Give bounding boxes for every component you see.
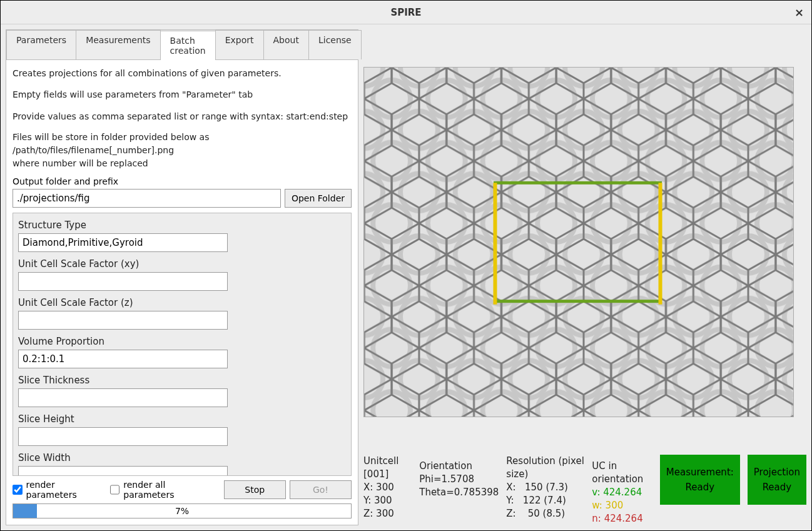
tab-license[interactable]: License	[308, 30, 362, 59]
unitcell-y: Y: 300	[363, 494, 412, 507]
slice-height-input[interactable]	[18, 427, 228, 446]
measurement-badge-status: Ready	[666, 480, 734, 495]
titlebar: SPIRE ×	[1, 1, 811, 24]
res-x: X: 150 (7.3)	[506, 481, 584, 494]
uc-w: w: 300	[592, 499, 652, 512]
right-panel: Unitcell [001] X: 300 Y: 300 Z: 300 Orie…	[363, 29, 806, 525]
resolution-status: Resolution (pixel size) X: 150 (7.3) Y: …	[506, 455, 584, 520]
res-z: Z: 50 (8.5)	[506, 507, 584, 520]
unitcell-x: X: 300	[363, 481, 412, 494]
progress-bar: 7%	[13, 503, 352, 518]
desc-line-4c: where number will be replaced	[13, 157, 352, 170]
tab-batch-creation[interactable]: Batch creation	[160, 31, 216, 60]
desc-line-1: Creates projections for all combinations…	[13, 66, 352, 80]
slice-thick-input[interactable]	[18, 388, 228, 407]
output-folder-label: Output folder and prefix	[13, 176, 352, 186]
res-title: Resolution (pixel size)	[506, 455, 584, 481]
uc-v: v: 424.264	[592, 486, 652, 499]
render-params-input[interactable]	[13, 485, 23, 495]
progress-fill	[13, 504, 37, 518]
orient-theta: Theta=0.785398	[419, 486, 499, 499]
orient-title: Orientation	[419, 460, 499, 473]
close-icon[interactable]: ×	[794, 6, 804, 19]
orient-phi: Phi=1.5708	[419, 473, 499, 486]
res-y: Y: 122 (7.4)	[506, 494, 584, 507]
tab-about[interactable]: About	[263, 30, 309, 59]
structure-type-label: Structure Type	[18, 220, 346, 231]
unitcell-z: Z: 300	[363, 507, 412, 520]
slice-width-input[interactable]	[18, 466, 228, 476]
preview-canvas	[363, 67, 794, 417]
tab-export[interactable]: Export	[215, 30, 264, 59]
projection-badge-title: Projection	[754, 465, 800, 480]
structure-type-input[interactable]	[18, 233, 228, 252]
output-folder-input[interactable]	[13, 189, 281, 208]
desc-line-2: Empty fields will use parameters from "P…	[13, 88, 352, 101]
uc-z-input[interactable]	[18, 311, 228, 330]
projection-badge-status: Ready	[754, 480, 800, 495]
tab-measurements[interactable]: Measurements	[76, 30, 160, 59]
projection-badge: Projection Ready	[748, 455, 806, 505]
vol-prop-label: Volume Proportion	[18, 336, 346, 347]
go-button[interactable]: Go!	[290, 480, 352, 499]
window-title: SPIRE	[390, 7, 421, 18]
render-params-checkbox[interactable]: render parameters	[13, 480, 106, 500]
svg-rect-11	[364, 68, 793, 417]
uc-title: UC in orientation	[592, 460, 652, 486]
tab-bar: Parameters Measurements Batch creation E…	[6, 30, 358, 59]
desc-line-4a: Files will be store in folder provided b…	[13, 131, 352, 144]
status-row: Unitcell [001] X: 300 Y: 300 Z: 300 Orie…	[363, 455, 806, 525]
tab-parameters[interactable]: Parameters	[6, 30, 76, 59]
slice-thick-label: Slice Thickness	[18, 375, 346, 386]
render-params-label: render parameters	[26, 480, 106, 500]
uc-z-label: Unit Cell Scale Factor (z)	[18, 297, 346, 308]
slice-width-label: Slice Width	[18, 452, 346, 463]
render-all-label: render all parameters	[123, 480, 216, 500]
orientation-status: Orientation Phi=1.5708 Theta=0.785398	[419, 460, 499, 499]
uc-orientation-status: UC in orientation v: 424.264 w: 300 n: 4…	[592, 460, 652, 525]
vol-prop-input[interactable]	[18, 350, 228, 368]
unitcell-status: Unitcell [001] X: 300 Y: 300 Z: 300	[363, 455, 412, 520]
open-folder-button[interactable]: Open Folder	[285, 189, 352, 208]
desc-line-4b: /path/to/files/filename[_number].png	[13, 144, 352, 157]
slice-height-label: Slice Height	[18, 413, 346, 425]
stop-button[interactable]: Stop	[224, 480, 286, 499]
unitcell-title: Unitcell [001]	[363, 455, 412, 481]
uc-n: n: 424.264	[592, 512, 652, 525]
uc-xy-input[interactable]	[18, 272, 228, 291]
params-scroll[interactable]: Structure Type Unit Cell Scale Factor (x…	[13, 213, 352, 476]
measurement-badge-title: Measurement:	[666, 465, 734, 480]
render-all-checkbox[interactable]: render all parameters	[110, 480, 216, 500]
description: Creates projections for all combinations…	[13, 66, 352, 170]
left-panel: Parameters Measurements Batch creation E…	[6, 29, 358, 525]
measurement-badge: Measurement: Ready	[660, 455, 740, 505]
progress-text: 7%	[175, 506, 189, 516]
desc-line-3: Provide values as comma separated list o…	[13, 109, 352, 123]
uc-xy-label: Unit Cell Scale Factor (xy)	[18, 258, 346, 270]
render-all-input[interactable]	[110, 485, 120, 495]
